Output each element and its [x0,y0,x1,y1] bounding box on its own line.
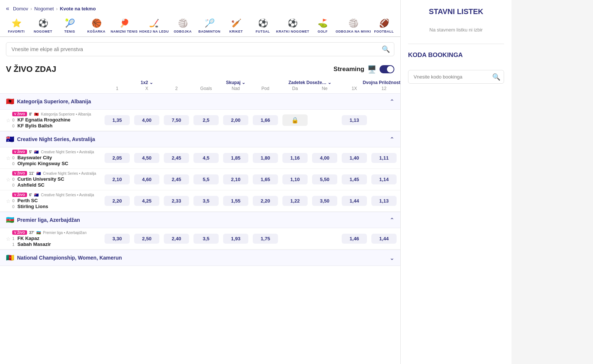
odd-x[interactable]: 4,00 [132,115,162,125]
team-row-2: 0 Stirling Lions [12,204,94,209]
breadcrumb-sport[interactable]: Nogomet [34,6,54,11]
league-chevron-kategorija[interactable]: ⌃ [390,98,394,105]
team-names: 0 Perth SC 0 Stirling Lions [12,198,94,209]
odd-nad[interactable]: 2,00 [221,115,251,125]
odd-1x[interactable]: 1,13 [339,115,369,125]
table-row: ☆ V ŽIVO 5' 🇦🇺 Creative Night Series • A… [0,147,400,169]
league-header-national-kamerun[interactable]: 🇨🇲 National Championship, Women, Kamerun… [0,250,400,266]
hockey-icon: 🏒 [149,19,159,28]
team-row-1: 0 KF Egnatia Rrogozhine [12,117,91,123]
live-badge: V ŽIVO [12,171,27,176]
match-left: ☆ V ŽIVO 8' 🇦🇱 Kategorija Superiore • Al… [6,112,102,128]
search-container: 🔍 [6,42,394,56]
match-league-name: Creative Night Series • Avstralija [41,150,94,154]
volleyball-icon: 🏐 [178,19,188,28]
favorite-star[interactable]: ☆ [6,198,11,204]
team-name-1: Bayswater City [17,155,52,160]
col-group-1x2[interactable]: 1x2 ⌄ [102,80,191,85]
streaming-area: Streaming 🖥️ [334,65,394,74]
search-icon[interactable]: 🔍 [382,45,390,53]
team-row-1: 0 Perth SC [12,198,94,203]
sidebar-item-tenis[interactable]: 🎾TENIS [56,16,83,37]
right-panel: STAVNI LISTEK Na stavnem listku ni izbir… [400,0,511,364]
match-meta: V ŽIVO 11' 🇦🇺 Creative Night Series • Av… [12,171,96,176]
match-time: 37' [29,231,34,235]
team-names: 0 Bayswater City 0 Olympic Kingsway SC [12,155,94,166]
team-row-2: 0 Ashfield SC [12,182,96,188]
team-score-1: 1 [12,236,16,241]
match-league-name: Creative Night Series • Avstralija [43,171,96,176]
league-header-creative[interactable]: 🇦🇺 Creative Night Series, Avstralija ⌃ [0,131,400,147]
live-title: V ŽIVO ZDAJ [6,64,56,74]
odd-2[interactable]: 7,50 [162,115,191,125]
match-time: 8' [29,112,32,116]
sidebar-item-favoriti[interactable]: ⭐FAVORITI [3,16,30,37]
sidebar-item-odbojka-mivki[interactable]: 🏐ODBOJKA NA MIVKI [336,16,371,37]
col-group-zadetek[interactable]: Zadetek Doseže… ⌄ [280,80,339,85]
league-flag-small: 🇦🇺 [34,193,39,197]
match-time: 6' [29,193,32,197]
col-sub-1x: 1X [339,86,369,91]
league-chevron-creative[interactable]: ⌃ [390,136,394,143]
sidebar-item-kriket[interactable]: 🏏KRIKET [223,16,249,37]
breadcrumb-current: Kvote na tekmo [60,6,96,11]
breadcrumb-home[interactable]: Domov [13,6,28,11]
table-row: ☆ V ŽIVO 6' 🇦🇺 Creative Night Series • A… [0,190,400,212]
league-header-left: 🇦🇿 Premier liga, Azerbajdžan [6,216,80,224]
search-bar: 🔍 [0,37,400,61]
league-chevron-national-kamerun[interactable]: ⌄ [390,254,394,261]
sidebar-item-kratki-nogomet[interactable]: ⚽KRATKI NOGOMET [276,16,309,37]
favorite-star[interactable]: ☆ [6,177,11,183]
favorite-star[interactable]: ☆ [6,236,11,242]
team-row-1: 0 Bayswater City [12,155,94,160]
sidebar-item-football[interactable]: 🏈FOOTBALL [371,16,397,37]
match-time: 5' [29,150,32,154]
sidebar-item-futsal[interactable]: ⚽FUTSAL [249,16,276,37]
col-group-skupaj[interactable]: Skupaj ⌄ [191,80,280,85]
match-league-name: Kategorija Superiore • Albanija [41,112,91,116]
match-left: ☆ V ŽIVO 6' 🇦🇺 Creative Night Series • A… [6,193,102,209]
odd-1[interactable]: 1,35 [102,115,132,125]
soccer-icon: ⚽ [38,19,48,28]
col-sub-pod: Pod [251,86,280,91]
league-flag-small: 🇦🇺 [34,150,39,154]
match-meta: V ŽIVO 8' 🇦🇱 Kategorija Superiore • Alba… [12,112,91,116]
sidebar-item-badminton[interactable]: 🏸BADMINTON [196,16,223,37]
sidebar-item-nogomet[interactable]: ⚽NOGOMET [30,16,56,37]
league-name-creative: Creative Night Series, Avstralija [17,136,95,142]
koda-search-icon[interactable]: 🔍 [492,73,500,81]
live-badge: V ŽIVO [12,150,27,154]
favorite-star[interactable]: ☆ [6,117,11,123]
favorite-star[interactable]: ☆ [6,155,11,161]
sidebar-item-hokej[interactable]: 🏒HOKEJ NA LEDU [139,16,169,37]
league-creative-night: 🇦🇺 Creative Night Series, Avstralija ⌃ ☆… [0,131,400,212]
sidebar-item-golf[interactable]: ⛳GOLF [309,16,336,37]
albania-flag: 🇦🇱 [6,97,14,106]
odd-goals[interactable]: 2,5 [191,115,221,125]
breadcrumb-sep1: › [30,6,32,11]
league-header-kategorija[interactable]: 🇦🇱 Kategorija Superiore, Albanija ⌃ [0,93,400,110]
stavni-listek-empty: Na stavnem listku ni izbir [408,23,504,36]
kamerun-flag: 🇨🇲 [6,254,14,262]
odd-da[interactable]: 🔒 [280,114,310,126]
match-info: V ŽIVO 37' 🇦🇿 Premier liga • Azerbajdžan… [12,230,86,247]
sidebar-item-namizni-tenis[interactable]: 🏓NAMIZNI TENIS [110,16,139,37]
league-name-premier-az: Premier liga, Azerbajdžan [17,217,80,223]
col-sub-nad: Nad [221,86,251,91]
league-header-left: 🇦🇺 Creative Night Series, Avstralija [6,135,95,143]
sidebar-item-kosarka[interactable]: 🏀KOŠARKA [83,16,110,37]
back-button[interactable]: « [6,5,9,12]
league-header-premier-az[interactable]: 🇦🇿 Premier liga, Azerbajdžan ⌃ [0,212,400,228]
beach-volleyball-icon: 🏐 [348,19,358,28]
koda-input-container: 🔍 [408,70,504,84]
odd-pod[interactable]: 1,66 [251,115,280,125]
league-chevron-premier-az[interactable]: ⌃ [390,217,394,224]
breadcrumb: « Domov › Nogomet › Kvote na tekmo [0,0,400,16]
streaming-toggle[interactable] [380,65,394,73]
match-left: ☆ V ŽIVO 11' 🇦🇺 Creative Night Series • … [6,171,102,188]
league-header-left: 🇨🇲 National Championship, Women, Kamerun [6,254,122,262]
search-input[interactable] [6,42,394,56]
sidebar-item-odbojka[interactable]: 🏐ODBOJKA [169,16,196,37]
koda-input[interactable] [408,70,504,84]
golf-icon: ⛳ [318,19,328,28]
